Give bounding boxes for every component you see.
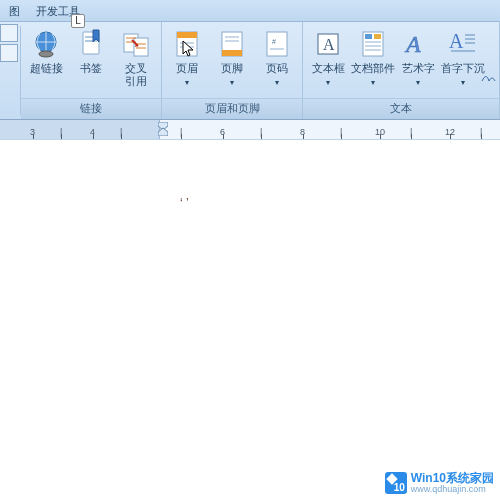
keytip-l: L	[71, 14, 85, 28]
svg-rect-29	[465, 38, 475, 40]
ribbon: 超链接 书签 交叉 引用 链接 页眉▾	[0, 22, 500, 120]
svg-text:A: A	[404, 31, 421, 57]
textbox-label: 文本框▾	[312, 62, 345, 89]
quickparts-button[interactable]: 文档部件▾	[352, 25, 394, 98]
wordart-label: 艺术字▾	[402, 62, 435, 89]
dropcap-button[interactable]: A 首字下沉▾	[442, 25, 484, 98]
dropdown-arrow-icon: ▾	[416, 78, 420, 87]
svg-rect-28	[465, 34, 475, 36]
svg-rect-31	[451, 50, 475, 52]
svg-text:A: A	[449, 30, 464, 52]
group-links: 超链接 书签 交叉 引用 链接	[21, 22, 162, 119]
svg-rect-25	[365, 49, 381, 51]
svg-rect-21	[365, 34, 372, 39]
horizontal-ruler[interactable]: 3 | 4 | | 6 | 8 | 10 | 12 |	[0, 120, 500, 140]
svg-rect-17	[270, 48, 284, 50]
group-header-footer: 页眉▾ 页脚▾ # 页码▾ 页眉和页脚	[162, 22, 303, 119]
crossref-icon	[120, 28, 152, 60]
hyperlink-icon	[30, 28, 62, 60]
header-button[interactable]: 页眉▾	[166, 25, 208, 98]
svg-point-1	[39, 51, 53, 57]
bookmark-button[interactable]: 书签	[70, 25, 112, 98]
dropcap-icon: A	[447, 28, 479, 60]
hyperlink-button[interactable]: 超链接	[25, 25, 67, 98]
svg-rect-23	[365, 41, 381, 43]
group-text: A 文本框▾ 文档部件▾ A 艺术字▾ A 首字下沉▾	[303, 22, 500, 119]
dropdown-arrow-icon: ▾	[371, 78, 375, 87]
crossref-button[interactable]: 交叉 引用	[115, 25, 157, 98]
footer-icon	[216, 28, 248, 60]
svg-rect-15	[267, 32, 287, 56]
hyperlink-label: 超链接	[30, 62, 63, 75]
svg-rect-30	[465, 42, 475, 44]
quickparts-icon	[357, 28, 389, 60]
svg-text:#: #	[272, 38, 276, 45]
group-text-label: 文本	[303, 98, 499, 119]
crossref-label: 交叉 引用	[125, 62, 147, 88]
watermark: Win10系统家园 www.qdhuajin.com	[385, 472, 494, 494]
ruler-ticks: 3 | 4 | | 6 | 8 | 10 | 12 |	[0, 120, 500, 139]
svg-rect-22	[374, 34, 381, 39]
wordart-button[interactable]: A 艺术字▾	[397, 25, 439, 98]
wordart-icon: A	[402, 28, 434, 60]
svg-text:A: A	[323, 36, 335, 53]
bookmark-label: 书签	[80, 62, 102, 75]
watermark-title: Win10系统家园	[411, 472, 494, 484]
watermark-badge-icon	[385, 472, 407, 494]
svg-rect-24	[365, 45, 381, 47]
footer-button[interactable]: 页脚▾	[211, 25, 253, 98]
svg-rect-6	[134, 38, 148, 56]
indent-marker[interactable]	[158, 122, 168, 136]
svg-rect-12	[222, 50, 242, 56]
dropdown-arrow-icon: ▾	[326, 78, 330, 87]
pagenum-icon: #	[261, 28, 293, 60]
group-links-label: 链接	[21, 98, 161, 119]
dropdown-arrow-icon: ▾	[275, 78, 279, 87]
watermark-url: www.qdhuajin.com	[411, 484, 494, 494]
group-headerfooter-label: 页眉和页脚	[162, 98, 302, 119]
svg-rect-14	[225, 40, 239, 42]
dropcap-label: 首字下沉▾	[441, 62, 485, 89]
header-label: 页眉▾	[176, 62, 198, 89]
pagenum-button[interactable]: # 页码▾	[256, 25, 298, 98]
svg-rect-8	[177, 32, 197, 38]
svg-rect-13	[225, 36, 239, 38]
footer-label: 页脚▾	[221, 62, 243, 89]
dropdown-arrow-icon: ▾	[230, 78, 234, 87]
textbox-icon: A	[312, 28, 344, 60]
textbox-button[interactable]: A 文本框▾	[307, 25, 349, 98]
document-content-quotes: ‘ ’	[180, 196, 189, 210]
tab-view[interactable]: 图	[2, 1, 27, 21]
document-area[interactable]: ‘ ’	[0, 140, 500, 500]
bookmark-icon	[75, 28, 107, 60]
left-partial-group	[0, 22, 20, 119]
mouse-cursor-icon	[182, 40, 196, 58]
pagenum-label: 页码▾	[266, 62, 288, 89]
dropdown-arrow-icon: ▾	[185, 78, 189, 87]
partial-icon-1[interactable]	[0, 24, 18, 42]
signature-icon[interactable]	[480, 67, 498, 85]
quickparts-label: 文档部件▾	[351, 62, 395, 89]
dropdown-arrow-icon: ▾	[461, 78, 465, 87]
partial-icon-2[interactable]	[0, 44, 18, 62]
